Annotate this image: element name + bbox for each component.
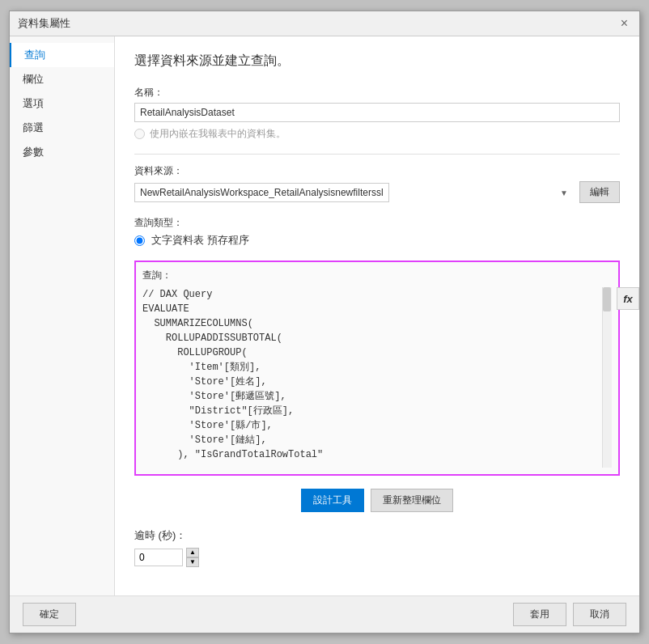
timeout-label: 逾時 (秒)： xyxy=(134,528,620,543)
refresh-fields-button[interactable]: 重新整理欄位 xyxy=(371,489,453,512)
query-type-row: 文字資料表 預存程序 xyxy=(134,233,620,248)
sidebar-item-filter[interactable]: 篩選 xyxy=(10,116,114,140)
separator-1 xyxy=(134,154,620,155)
timeout-input[interactable] xyxy=(134,549,183,566)
cancel-button[interactable]: 取消 xyxy=(573,603,626,626)
query-textarea[interactable] xyxy=(142,287,612,465)
timeout-spinner: ▲ ▼ xyxy=(186,548,199,567)
sidebar-item-query[interactable]: 查詢 xyxy=(10,43,114,67)
query-section: 查詢： fx xyxy=(134,261,620,476)
apply-button[interactable]: 套用 xyxy=(513,603,566,626)
dataset-properties-dialog: 資料集屬性 × 查詢 欄位 選項 篩選 參數 選擇資料來源並建立查詢。 xyxy=(9,11,640,633)
query-textarea-wrapper: fx xyxy=(142,287,612,468)
datasource-row: NewRetailAnalysisWorkspace_RetailAnalysi… xyxy=(134,181,620,203)
query-label: 查詢： xyxy=(142,269,612,282)
name-group: 名稱： 使用內嵌在我報表中的資料集。 xyxy=(134,86,620,141)
ok-button[interactable]: 確定 xyxy=(23,603,76,626)
dialog-title: 資料集屬性 xyxy=(18,16,70,31)
edit-button[interactable]: 編輯 xyxy=(579,181,620,203)
scrollbar[interactable] xyxy=(602,287,612,468)
datasource-select-wrapper: NewRetailAnalysisWorkspace_RetailAnalysi… xyxy=(134,183,573,202)
timeout-input-wrapper: ▲ ▼ xyxy=(134,548,620,567)
fx-button[interactable]: fx xyxy=(617,287,639,310)
spinner-down[interactable]: ▼ xyxy=(186,557,199,567)
footer-right: 套用 取消 xyxy=(513,603,626,626)
footer-left: 確定 xyxy=(23,603,76,626)
design-tool-button[interactable]: 設計工具 xyxy=(301,489,364,512)
datasource-select[interactable]: NewRetailAnalysisWorkspace_RetailAnalysi… xyxy=(134,183,389,202)
name-label: 名稱： xyxy=(134,86,620,100)
query-actions-row: 設計工具 重新整理欄位 xyxy=(134,489,620,512)
sidebar: 查詢 欄位 選項 篩選 參數 xyxy=(10,36,115,595)
query-type-radio[interactable] xyxy=(134,235,145,246)
datasource-label: 資料來源： xyxy=(134,164,620,178)
embedded-radio-label: 使用內嵌在我報表中的資料集。 xyxy=(150,127,286,141)
close-button[interactable]: × xyxy=(617,17,631,30)
title-bar: 資料集屬性 × xyxy=(10,11,639,36)
timeout-section: 逾時 (秒)： ▲ ▼ xyxy=(134,528,620,567)
name-input[interactable] xyxy=(134,103,620,122)
query-type-option-label: 文字資料表 預存程序 xyxy=(151,233,249,248)
sidebar-item-options[interactable]: 選項 xyxy=(10,91,114,116)
scrollbar-thumb xyxy=(603,287,611,311)
query-type-label: 查詢類型： xyxy=(134,216,620,230)
spinner-up[interactable]: ▲ xyxy=(186,548,199,557)
datasource-group: 資料來源： NewRetailAnalysisWorkspace_RetailA… xyxy=(134,164,620,203)
query-type-group: 查詢類型： 文字資料表 預存程序 xyxy=(134,216,620,248)
embedded-radio[interactable] xyxy=(134,129,145,139)
sidebar-item-params[interactable]: 參數 xyxy=(10,140,114,164)
sidebar-item-fields[interactable]: 欄位 xyxy=(10,67,114,91)
section-title: 選擇資料來源並建立查詢。 xyxy=(134,53,620,70)
dialog-body: 查詢 欄位 選項 篩選 參數 選擇資料來源並建立查詢。 名稱： xyxy=(10,36,639,595)
main-content: 選擇資料來源並建立查詢。 名稱： 使用內嵌在我報表中的資料集。 資料來源： Ne… xyxy=(115,36,639,595)
dialog-footer: 確定 套用 取消 xyxy=(10,595,639,633)
